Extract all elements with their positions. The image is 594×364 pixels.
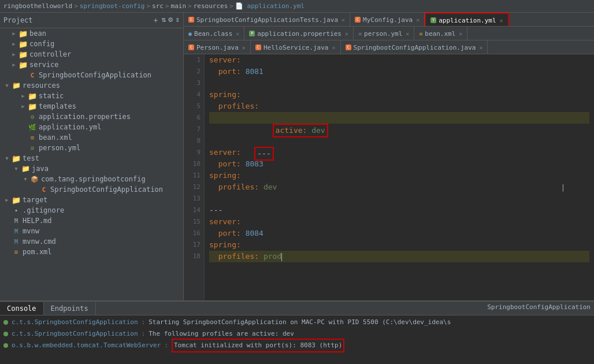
tree-label: pom.xml xyxy=(23,248,52,256)
tree-label: bean.xml xyxy=(39,133,72,142)
tree-item-config[interactable]: ▶ 📁 config xyxy=(0,39,183,49)
expand-arrow: ▼ xyxy=(21,176,30,182)
tab-yml-icon: ≡ xyxy=(358,31,362,37)
folder-icon: 📁 xyxy=(28,102,37,111)
tab-bean-class[interactable]: ● Bean.class ✕ xyxy=(184,27,244,40)
tab-myconfig-java[interactable]: C MyConfig.java ✕ xyxy=(350,13,425,27)
tab-close-icon[interactable]: ✕ xyxy=(345,31,348,37)
tab-app-properties[interactable]: P application.properties ✕ xyxy=(244,27,354,40)
tab-application-yml[interactable]: Y application.yml ✕ xyxy=(425,13,508,27)
tree-label: SpringbootConfigApplication xyxy=(39,71,151,79)
tree-item-static[interactable]: ▶ 📁 static xyxy=(0,91,183,101)
sidebar-title: Project xyxy=(3,16,33,24)
tab-close-icon[interactable]: ✕ xyxy=(341,17,345,23)
tab-close-icon[interactable]: ✕ xyxy=(406,31,409,37)
tree-label: test xyxy=(23,154,39,162)
tree-item-package[interactable]: ▼ 📦 com.tang.springbootconfig xyxy=(0,174,183,184)
tree-item-gitignore[interactable]: • .gitignore xyxy=(0,205,183,216)
settings-icon[interactable]: ⚙ xyxy=(168,15,173,25)
tree-item-mvnw[interactable]: M mvnw xyxy=(0,226,183,236)
git-icon: • xyxy=(12,206,21,215)
tab-close-icon[interactable]: ✕ xyxy=(459,31,462,37)
tree-item-app-class2[interactable]: C SpringbootConfigApplication xyxy=(0,184,183,195)
code-line-2: port: 8081 xyxy=(209,66,589,77)
breadcrumb-item[interactable]: resources xyxy=(194,2,228,10)
tree-item-app-yml[interactable]: 🌿 application.yml xyxy=(0,122,183,132)
tab-label: HelloService.java xyxy=(263,44,329,51)
editor-area: C SpringbootConfigApplicationTests.java … xyxy=(184,13,594,300)
console-line-3: o.s.b.w.embedded.tomcat.TomcatWebServer … xyxy=(3,340,591,351)
tab-prop-icon: P xyxy=(249,31,255,36)
code-line-3 xyxy=(209,77,589,89)
tree-label: mvnw.cmd xyxy=(23,237,56,246)
code-line-8: --- xyxy=(209,135,589,147)
tab-close-icon[interactable]: ✕ xyxy=(236,31,239,37)
yml-icon: 🌿 xyxy=(28,122,37,132)
tree-item-mvnwcmd[interactable]: M mvnw.cmd xyxy=(0,236,183,247)
tree-item-bean[interactable]: ▶ 📁 bean xyxy=(0,28,183,39)
tab-label: bean.xml xyxy=(425,30,455,38)
code-editor[interactable]: 12345 678910 1112131415 161718 server: p… xyxy=(184,54,594,300)
console-sep: : xyxy=(164,340,168,351)
tab-close-icon[interactable]: ✕ xyxy=(242,44,246,51)
tab-yml-icon: Y xyxy=(430,17,436,23)
tree-item-app-props[interactable]: ⚙ application.properties xyxy=(0,112,183,122)
console-tabs: Console Endpoints SpringbootConfigApplic… xyxy=(0,302,594,315)
tab-close-icon[interactable]: ✕ xyxy=(416,17,419,23)
console-highlighted-text: Tomcat initialized with port(s): 8083 (h… xyxy=(172,339,344,352)
tree-label: config xyxy=(29,40,54,48)
code-line-11: spring: xyxy=(209,170,589,181)
breadcrumb-item[interactable]: ringboothelloworld xyxy=(3,2,72,10)
line-numbers: 12345 678910 1112131415 161718 xyxy=(184,54,205,300)
tree-item-test[interactable]: ▼ 📁 test xyxy=(0,153,183,164)
breadcrumb-sep: > xyxy=(74,2,78,10)
tab-label: application.yml xyxy=(439,17,496,24)
tab-bean-xml[interactable]: ≡ bean.xml ✕ xyxy=(414,27,467,40)
collapse-icon[interactable]: ⇕ xyxy=(175,15,180,25)
tree-item-target[interactable]: ▶ 📁 target xyxy=(0,195,183,205)
tree-label: HELP.md xyxy=(23,217,52,225)
tab-label: person.yml xyxy=(364,30,402,38)
tree-item-bean-xml[interactable]: ≡ bean.xml xyxy=(0,132,183,143)
add-icon[interactable]: ＋ xyxy=(152,15,159,25)
resources-icon: 📁 xyxy=(12,81,21,90)
tree-item-app-class[interactable]: C SpringbootConfigApplication xyxy=(0,70,183,80)
tree-item-person-yml[interactable]: ≡ person.yml xyxy=(0,143,183,153)
tree-item-helpmd[interactable]: M HELP.md xyxy=(0,216,183,226)
tab-endpoints[interactable]: Endpoints xyxy=(44,302,96,315)
expand-arrow: ▶ xyxy=(9,62,18,68)
class-icon: C xyxy=(28,70,37,80)
tab-java-icon: C xyxy=(255,44,261,50)
folder-icon: 📁 xyxy=(28,91,37,101)
tab-label: SpringbootConfigApplication.java xyxy=(354,44,476,51)
breadcrumb-item[interactable]: main xyxy=(171,2,187,10)
expand-arrow: ▼ xyxy=(2,155,12,161)
tab-springbootconfigapp-java[interactable]: C SpringbootConfigApplication.java ✕ xyxy=(341,40,488,54)
tab-tests-java[interactable]: C SpringbootConfigApplicationTests.java … xyxy=(184,13,350,27)
tree-item-pomxml[interactable]: ≡ pom.xml xyxy=(0,247,183,257)
tab-close-icon[interactable]: ✕ xyxy=(479,44,482,51)
tree-item-controller[interactable]: ▶ 📁 controller xyxy=(0,49,183,60)
expand-arrow: ▶ xyxy=(2,197,12,203)
breadcrumb-item[interactable]: springboot-config xyxy=(80,2,145,10)
java-folder-icon: 📁 xyxy=(21,164,30,173)
expand-arrow: ▶ xyxy=(9,31,18,36)
sync-icon[interactable]: ⇅ xyxy=(162,15,166,25)
folder-icon: 📁 xyxy=(18,29,28,38)
tree-item-resources[interactable]: ▼ 📁 resources xyxy=(0,80,183,91)
console-class: c.t.s.SpringbootConfigApplication xyxy=(12,317,138,328)
tree-item-java[interactable]: ▼ 📁 java xyxy=(0,164,183,174)
tab-person-yml[interactable]: ≡ person.yml ✕ xyxy=(354,27,414,40)
tab-person-java[interactable]: C Person.java ✕ xyxy=(184,40,251,54)
tab-helloservice-java[interactable]: C HelloService.java ✕ xyxy=(251,40,341,54)
expand-arrow: ▼ xyxy=(2,83,12,88)
tab-close-icon[interactable]: ✕ xyxy=(332,44,335,51)
tree-item-service[interactable]: ▶ 📁 service xyxy=(0,60,183,70)
tab-console[interactable]: Console xyxy=(0,302,44,315)
breadcrumb-item[interactable]: 📄 application.yml xyxy=(235,2,305,10)
console-content: c.t.s.SpringbootConfigApplication : Star… xyxy=(0,315,594,364)
tab-close-icon[interactable]: ✕ xyxy=(500,17,503,24)
tree-item-templates[interactable]: ▶ 📁 templates xyxy=(0,101,183,112)
breadcrumb-item[interactable]: src xyxy=(152,2,164,10)
console-sep: : xyxy=(142,328,146,340)
